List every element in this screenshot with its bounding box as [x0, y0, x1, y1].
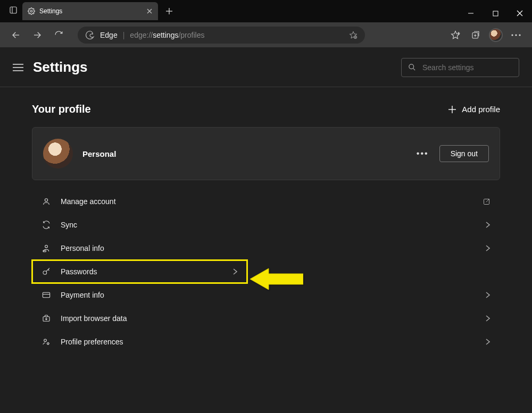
svg-point-2: [30, 10, 32, 12]
menu-item-label: Passwords: [61, 267, 97, 276]
menu-item-passwords[interactable]: Passwords: [32, 260, 247, 283]
profile-avatar: [43, 139, 73, 168]
svg-point-24: [515, 34, 517, 36]
external-link-icon: [483, 198, 491, 206]
svg-rect-0: [10, 7, 16, 13]
address-bar[interactable]: Edge | edge://settings/profiles: [78, 27, 365, 44]
minimize-button[interactable]: [459, 4, 483, 22]
menu-item-label: Personal info: [61, 244, 104, 252]
address-scheme-label: Edge: [100, 31, 118, 39]
profile-more-button[interactable]: •••: [417, 149, 429, 158]
section-title: Your profile: [32, 103, 91, 115]
chevron-right-icon: [485, 221, 491, 229]
search-settings-field[interactable]: [401, 58, 519, 77]
more-menu-button[interactable]: [506, 26, 526, 45]
favorite-star-icon[interactable]: [349, 31, 358, 39]
key-icon: [39, 267, 53, 276]
svg-line-35: [486, 199, 489, 202]
close-window-button[interactable]: [508, 4, 532, 22]
close-tab-icon[interactable]: [146, 8, 153, 14]
refresh-button[interactable]: [49, 26, 68, 45]
new-tab-button[interactable]: [160, 2, 178, 20]
forward-button[interactable]: [28, 26, 47, 45]
chevron-right-icon: [485, 245, 491, 252]
svg-point-33: [45, 199, 47, 201]
menu-item-sync[interactable]: Sync: [32, 213, 500, 237]
address-separator: |: [123, 31, 125, 39]
svg-point-36: [45, 245, 48, 248]
svg-point-23: [511, 34, 513, 36]
titlebar: Settings: [0, 0, 532, 22]
profile-card: Personal ••• Sign out: [32, 127, 500, 180]
browser-toolbar: Edge | edge://settings/profiles: [0, 22, 532, 48]
menu-item-label: Import browser data: [61, 314, 127, 323]
chevron-right-icon: [485, 315, 491, 322]
annotation-arrow: [250, 266, 303, 292]
chevron-right-icon: [485, 291, 491, 299]
user-icon: [39, 197, 53, 206]
svg-rect-37: [43, 250, 46, 252]
svg-point-44: [47, 343, 49, 344]
sync-icon: [39, 221, 53, 229]
menu-toggle-button[interactable]: [13, 63, 23, 72]
svg-rect-39: [43, 292, 49, 297]
chevron-right-icon: [485, 338, 491, 345]
collections-button[interactable]: [466, 26, 485, 45]
menu-item-label: Profile preferences: [61, 338, 123, 346]
card-icon: [39, 291, 53, 299]
svg-point-43: [44, 339, 47, 342]
search-icon: [408, 63, 416, 71]
add-profile-button[interactable]: Add profile: [448, 105, 500, 114]
chevron-right-icon: [232, 268, 238, 275]
gear-icon: [28, 7, 35, 15]
back-button[interactable]: [6, 26, 26, 45]
menu-item-personal-info[interactable]: Personal info: [32, 237, 500, 260]
favorites-button[interactable]: [446, 26, 465, 45]
settings-header: Settings: [0, 48, 532, 87]
edge-logo-icon: [85, 30, 95, 40]
svg-point-25: [519, 34, 520, 36]
search-input[interactable]: [422, 63, 516, 72]
maximize-button[interactable]: [483, 4, 508, 22]
svg-point-29: [409, 64, 414, 69]
sign-out-button[interactable]: Sign out: [439, 145, 489, 162]
tab-strip-leading-icon[interactable]: [4, 1, 22, 19]
menu-item-profile-preferences[interactable]: Profile preferences: [32, 330, 500, 353]
profile-avatar-button[interactable]: [486, 26, 505, 45]
window-controls: [459, 4, 532, 22]
plus-icon: [448, 105, 456, 114]
menu-item-manage-account[interactable]: Manage account: [32, 190, 500, 213]
svg-rect-8: [493, 11, 498, 16]
svg-marker-17: [452, 31, 460, 38]
page-title: Settings: [33, 59, 88, 75]
menu-item-label: Manage account: [61, 197, 116, 206]
svg-marker-45: [250, 268, 303, 290]
prefs-icon: [39, 338, 53, 346]
personal-icon: [39, 244, 53, 252]
menu-item-label: Payment info: [61, 291, 104, 299]
svg-line-30: [413, 68, 415, 70]
import-icon: [39, 314, 53, 323]
settings-content: Your profile Add profile Personal ••• Si…: [0, 87, 532, 353]
menu-item-import-browser-data[interactable]: Import browser data: [32, 307, 500, 330]
add-profile-label: Add profile: [462, 105, 500, 114]
profile-name: Personal: [82, 149, 116, 158]
address-url: edge://settings/profiles: [130, 31, 204, 39]
tab-title: Settings: [39, 7, 62, 15]
menu-item-label: Sync: [61, 221, 77, 229]
browser-tab[interactable]: Settings: [22, 2, 158, 20]
